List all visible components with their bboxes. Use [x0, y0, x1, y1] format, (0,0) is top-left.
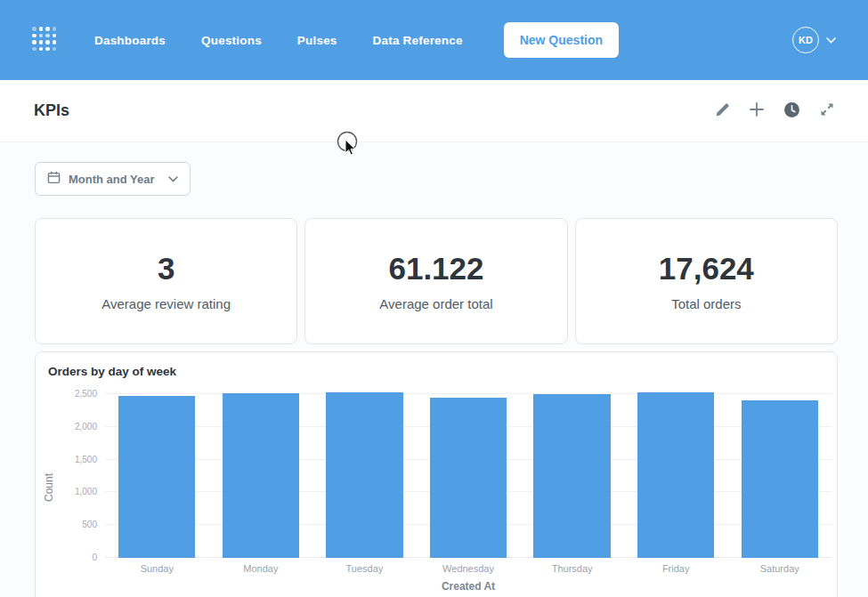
add-card-button[interactable]	[750, 102, 764, 119]
y-axis-ticks: 05001,0001,5002,0002,500	[62, 382, 105, 558]
kpi-value: 3	[158, 251, 174, 286]
y-tick-label: 1,000	[75, 487, 97, 496]
y-tick-label: 0	[92, 553, 97, 562]
plot-column: SundayMondayTuesdayWednesdayThursdayFrid…	[105, 382, 831, 593]
kpi-label: Average order total	[379, 296, 492, 311]
bar-slot	[209, 382, 313, 558]
fullscreen-button[interactable]	[820, 102, 834, 119]
auto-refresh-button[interactable]	[783, 101, 800, 121]
kpi-card-average-review-rating[interactable]: 3 Average review rating	[35, 218, 297, 344]
bar-saturday[interactable]	[742, 400, 818, 558]
new-question-button[interactable]: New Question	[504, 22, 619, 58]
page-title: KPIs	[34, 101, 715, 120]
kpi-value: 17,624	[659, 251, 754, 286]
bar-chart-plot	[105, 382, 831, 558]
orders-by-day-chart-card[interactable]: Orders by day of week Count 05001,0001,5…	[35, 351, 838, 597]
x-tick-label: Friday	[624, 558, 728, 574]
dashboard-body: Month and Year 3 Average review rating 6…	[0, 142, 868, 597]
kpi-card-total-orders[interactable]: 17,624 Total orders	[575, 218, 838, 344]
y-tick-label: 2,000	[75, 422, 97, 432]
bar-slot	[727, 382, 831, 558]
clock-icon	[783, 101, 800, 121]
x-axis-ticks: SundayMondayTuesdayWednesdayThursdayFrid…	[105, 558, 831, 574]
account-chevron-down-icon[interactable]	[826, 37, 836, 44]
nav-item-data-reference[interactable]: Data Reference	[373, 34, 463, 47]
bar-slot	[312, 382, 417, 558]
top-nav: Dashboards Questions Pulses Data Referen…	[0, 0, 868, 80]
kpi-label: Average review rating	[101, 296, 231, 311]
x-tick-label: Saturday	[727, 558, 831, 574]
bar-slot	[417, 382, 521, 558]
bar-slot	[105, 382, 209, 558]
kpi-card-average-order-total[interactable]: 61.122 Average order total	[304, 218, 567, 344]
bar-monday[interactable]	[223, 393, 299, 558]
x-tick-label: Thursday	[520, 558, 624, 574]
user-avatar[interactable]: KD	[792, 27, 819, 53]
plus-icon	[750, 102, 764, 119]
kpi-value: 61.122	[388, 251, 483, 286]
dashboard-header: KPIs	[0, 80, 868, 142]
x-tick-label: Wednesday	[417, 558, 521, 574]
x-tick-label: Sunday	[105, 558, 209, 574]
bar-slot	[624, 382, 728, 558]
nav-item-questions[interactable]: Questions	[201, 34, 262, 47]
pencil-icon	[715, 102, 730, 120]
x-tick-label: Monday	[209, 558, 313, 574]
y-tick-label: 1,500	[75, 455, 97, 464]
kpi-row: 3 Average review rating 61.122 Average o…	[35, 218, 838, 344]
bar-tuesday[interactable]	[326, 392, 402, 558]
x-tick-label: Tuesday	[312, 558, 417, 574]
y-tick-label: 2,500	[75, 389, 97, 399]
bar-wednesday[interactable]	[430, 398, 507, 558]
kpi-label: Total orders	[671, 296, 741, 311]
nav-item-dashboards[interactable]: Dashboards	[94, 34, 166, 47]
edit-dashboard-button[interactable]	[715, 102, 730, 120]
y-axis-label-wrap: Count	[36, 382, 62, 593]
bar-sunday[interactable]	[118, 396, 195, 559]
bars-layer	[105, 382, 831, 558]
nav-item-pulses[interactable]: Pulses	[297, 34, 337, 47]
y-tick-label: 500	[82, 520, 97, 529]
date-filter-label: Month and Year	[69, 173, 155, 186]
metabase-logo-icon[interactable]	[32, 27, 59, 53]
fullscreen-expand-icon	[820, 102, 834, 119]
dashboard-actions	[715, 101, 834, 121]
date-filter-button[interactable]: Month and Year	[35, 162, 191, 196]
bar-slot	[520, 382, 624, 558]
x-axis-label: Created At	[105, 580, 831, 593]
metabase-app: Dashboards Questions Pulses Data Referen…	[0, 0, 868, 597]
y-axis-label: Count	[43, 472, 55, 501]
calendar-icon	[47, 171, 61, 187]
filter-chevron-down-icon	[168, 176, 178, 182]
bar-friday[interactable]	[637, 392, 714, 558]
bar-thursday[interactable]	[533, 394, 610, 558]
chart-body: Count 05001,0001,5002,0002,500 SundayMon…	[36, 378, 837, 593]
chart-title: Orders by day of week	[36, 352, 837, 378]
